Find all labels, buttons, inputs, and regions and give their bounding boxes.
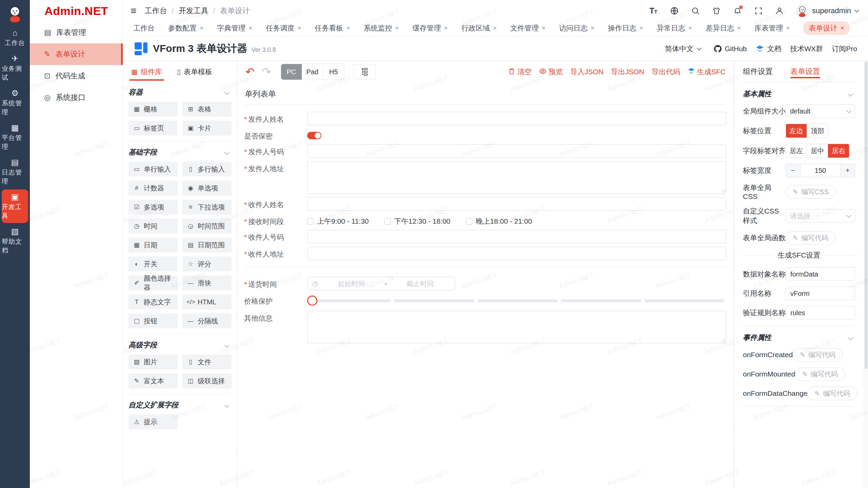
checkbox-icon[interactable] — [384, 218, 391, 225]
action-生成SFC[interactable]: 生成SFC — [688, 67, 726, 77]
page-tab-异常日志[interactable]: 异常日志× — [657, 23, 692, 33]
subscribe-pro-link[interactable]: 订阅Pro — [832, 44, 857, 54]
settings-tab-组件设置[interactable]: 组件设置 — [743, 61, 773, 82]
form-field-收件人地址[interactable]: *收件人地址 — [244, 247, 726, 260]
select-input[interactable]: default — [786, 104, 855, 118]
button-编写代码[interactable]: ✎编写代码 — [793, 348, 843, 362]
user-menu[interactable]: superadmin — [796, 4, 858, 17]
segment-居中[interactable]: 居中 — [807, 144, 828, 158]
button-编写代码[interactable]: ✎编写代码 — [807, 387, 857, 400]
rail-item-开发工具[interactable]: ▣开发工具 — [2, 189, 28, 223]
component-提示[interactable]: ⚠提示 — [129, 414, 178, 429]
form-field-收件人姓名[interactable]: *收件人姓名 — [244, 197, 726, 211]
form-field-发件人姓名[interactable]: *发件人姓名 — [244, 112, 726, 125]
redo-icon[interactable]: ↷ — [262, 66, 271, 77]
component-单行输入[interactable]: ▭单行输入 — [129, 162, 178, 177]
page-tab-表单设计[interactable]: 表单设计× — [803, 21, 849, 35]
wx-group-link[interactable]: 技术WX群 — [790, 44, 823, 54]
sidebar-item-代码生成[interactable]: ⊡代码生成 — [30, 65, 123, 87]
segment-左边[interactable]: 左边 — [786, 124, 807, 138]
component-文件[interactable]: ▯文件 — [182, 354, 232, 369]
form-field-发件人地址[interactable]: *发件人地址 — [244, 161, 726, 194]
rail-item-业务测试[interactable]: ✈业务测试 — [2, 51, 28, 85]
textarea-input[interactable] — [307, 161, 726, 194]
button-编写代码[interactable]: ✎编写代码 — [795, 367, 845, 381]
checkbox-option[interactable]: 晚上18:00 - 21:00 — [466, 217, 532, 226]
slider-handle[interactable] — [307, 296, 317, 306]
text-input[interactable] — [307, 197, 726, 211]
component-计数器[interactable]: #计数器 — [129, 181, 178, 196]
action-清空[interactable]: 清空 — [508, 67, 532, 77]
component-卡片[interactable]: ▣卡片 — [182, 121, 232, 136]
scrollbar[interactable] — [864, 61, 868, 488]
panel-tab-表单模板[interactable]: ▯表单模板 — [177, 61, 212, 83]
section-header[interactable]: 容器 — [129, 83, 232, 102]
profile-icon[interactable] — [775, 6, 784, 16]
form-field-接收时间段[interactable]: *接收时间段上午9:00 - 11:30下午12:30 - 18:00晚上18:… — [244, 214, 726, 226]
notification-icon[interactable] — [733, 6, 742, 16]
close-icon[interactable]: × — [346, 24, 350, 32]
page-tab-访问日志[interactable]: 访问日志× — [559, 23, 594, 33]
component-开关[interactable]: ◐开关 — [129, 257, 178, 271]
close-icon[interactable]: × — [737, 24, 741, 32]
page-tab-系统监控[interactable]: 系统监控× — [363, 23, 399, 33]
form-field-收件人号码[interactable]: *收件人号码 — [244, 230, 726, 243]
segment-居右[interactable]: 居右 — [828, 144, 849, 158]
avatar[interactable] — [6, 4, 24, 22]
segment-居左[interactable]: 居左 — [786, 144, 807, 158]
rail-item-帮助文档[interactable]: ▧帮助文档 — [2, 224, 28, 258]
page-tab-工作台[interactable]: 工作台 — [133, 23, 155, 33]
close-icon[interactable]: × — [493, 24, 497, 32]
docs-link[interactable]: 文档 — [755, 44, 781, 54]
slider-input[interactable] — [307, 294, 724, 307]
textarea-input[interactable] — [307, 311, 726, 343]
rail-item-系统管理[interactable]: ⚙系统管理 — [2, 86, 28, 119]
component-多行输入[interactable]: ▯多行输入 — [182, 162, 232, 177]
component-多选项[interactable]: ☑多选项 — [129, 200, 178, 215]
page-tab-字典管理[interactable]: 字典管理× — [217, 23, 252, 33]
form-title[interactable]: 单列表单 — [244, 86, 726, 105]
text-input[interactable]: formData — [786, 267, 855, 281]
theme-icon[interactable] — [712, 6, 721, 16]
decrease-button[interactable]: − — [786, 164, 800, 177]
segment-顶部[interactable]: 顶部 — [807, 124, 828, 138]
form-field-送货时间[interactable]: *送货时间◷起始时间-截止时间 — [244, 277, 726, 290]
close-icon[interactable]: × — [688, 24, 692, 32]
sidebar-item-表单设计[interactable]: ✎表单设计 — [30, 43, 123, 65]
component-时间[interactable]: ◷时间 — [129, 219, 178, 233]
section-header[interactable]: 高级字段 — [129, 336, 232, 354]
breadcrumb-item[interactable]: 表单设计 — [220, 6, 250, 16]
component-图片[interactable]: ▨图片 — [129, 354, 178, 369]
language-select[interactable]: 简体中文 — [665, 44, 700, 54]
component-HTML[interactable]: </>HTML — [182, 294, 232, 309]
component-分隔线[interactable]: —分隔线 — [182, 313, 232, 328]
form-field-其他信息[interactable]: 其他信息 — [244, 311, 726, 343]
outline-tree-button[interactable] — [353, 64, 376, 80]
breadcrumb-item[interactable]: 工作台 — [145, 6, 167, 16]
time-range-picker[interactable]: ◷起始时间-截止时间 — [307, 277, 455, 290]
scrollbar-thumb[interactable] — [865, 62, 868, 369]
search-icon[interactable] — [691, 6, 700, 16]
device-H5-button[interactable]: H5 — [323, 64, 344, 80]
component-滑块[interactable]: —滑块 — [182, 276, 232, 290]
component-日期范围[interactable]: ▤日期范围 — [182, 238, 232, 252]
page-tab-库表管理[interactable]: 库表管理× — [754, 23, 790, 33]
form-field-是否保密[interactable]: 是否保密 — [244, 129, 726, 141]
component-富文本[interactable]: ✎富文本 — [129, 373, 178, 388]
sidebar-item-库表管理[interactable]: ▤库表管理 — [30, 22, 123, 43]
component-评分[interactable]: ☆评分 — [182, 257, 232, 271]
page-tab-文件管理[interactable]: 文件管理× — [510, 23, 546, 33]
resize-handle[interactable] — [721, 188, 725, 193]
collapse-menu-icon[interactable]: ≡ — [131, 6, 137, 16]
close-icon[interactable]: × — [639, 24, 643, 32]
component-按钮[interactable]: ▢按钮 — [129, 313, 178, 328]
increase-button[interactable]: + — [841, 164, 855, 177]
text-input[interactable] — [307, 230, 726, 243]
component-时间范围[interactable]: ◶时间范围 — [182, 219, 232, 233]
page-tab-任务看板[interactable]: 任务看板× — [315, 23, 350, 33]
button-编写代码[interactable]: ✎编写代码 — [786, 231, 835, 245]
close-icon[interactable]: × — [786, 24, 790, 32]
action-预览[interactable]: 预览 — [539, 67, 563, 77]
fullscreen-icon[interactable] — [754, 6, 763, 16]
page-tab-差异日志[interactable]: 差异日志× — [706, 23, 741, 33]
